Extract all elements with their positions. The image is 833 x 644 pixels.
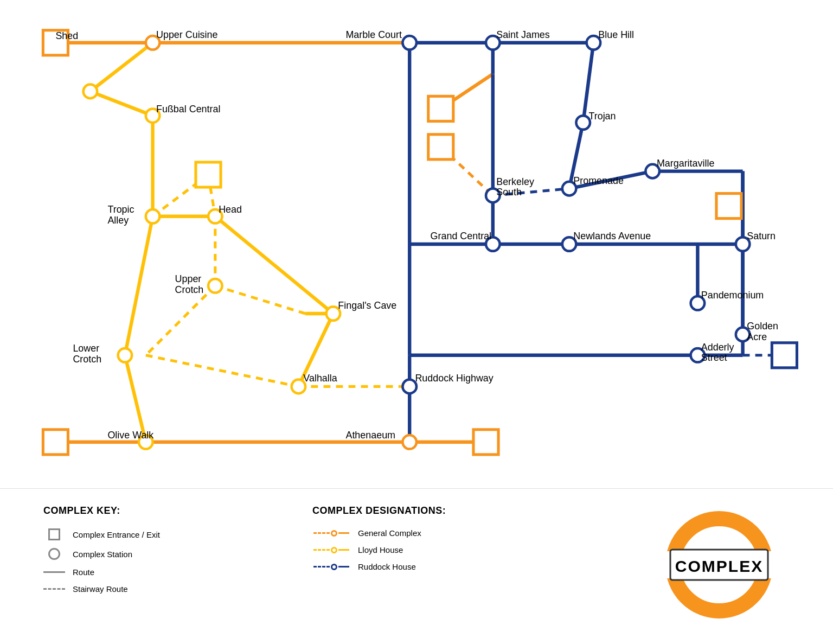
legend-designations-title: COMPLEX DESIGNATIONS: bbox=[312, 505, 649, 517]
legend-key: COMPLEX KEY: Complex Entrance / Exit Com… bbox=[43, 505, 312, 594]
svg-text:Upper: Upper bbox=[175, 273, 202, 284]
svg-text:Alley: Alley bbox=[107, 215, 129, 226]
svg-point-60 bbox=[208, 279, 222, 293]
svg-text:Trojan: Trojan bbox=[588, 111, 616, 122]
general-complex-label: General Complex bbox=[358, 528, 421, 538]
svg-line-12 bbox=[125, 355, 145, 442]
svg-rect-51 bbox=[196, 162, 221, 187]
svg-line-18 bbox=[146, 286, 215, 355]
svg-line-11 bbox=[125, 216, 152, 355]
svg-rect-52 bbox=[43, 430, 68, 455]
svg-text:Berkeley: Berkeley bbox=[496, 176, 534, 187]
svg-text:Upper Cuisine: Upper Cuisine bbox=[156, 29, 218, 40]
svg-point-78 bbox=[402, 380, 416, 394]
svg-text:Saint James: Saint James bbox=[496, 29, 550, 40]
legend-route-label: Route bbox=[73, 568, 94, 577]
svg-line-7 bbox=[90, 43, 152, 92]
svg-text:South: South bbox=[496, 187, 522, 197]
svg-text:Promenade: Promenade bbox=[573, 175, 624, 186]
svg-rect-48 bbox=[428, 96, 453, 121]
logo-container: COMPLEX bbox=[649, 511, 790, 619]
svg-text:Lower: Lower bbox=[73, 343, 99, 354]
svg-point-58 bbox=[146, 209, 160, 224]
svg-rect-53 bbox=[473, 430, 498, 455]
ruddock-house-icon bbox=[312, 564, 350, 570]
svg-text:Saturn: Saturn bbox=[747, 231, 776, 241]
legend-item-station: Complex Station bbox=[43, 548, 312, 560]
svg-line-8 bbox=[90, 91, 152, 116]
legend-item-lloyd: Lloyd House bbox=[312, 545, 649, 554]
legend-item-general: General Complex bbox=[312, 528, 649, 538]
stairway-icon bbox=[43, 588, 65, 590]
svg-text:Crotch: Crotch bbox=[175, 284, 204, 295]
svg-rect-49 bbox=[428, 135, 453, 160]
lloyd-house-icon bbox=[312, 547, 350, 553]
svg-point-69 bbox=[576, 116, 590, 130]
svg-point-66 bbox=[402, 36, 416, 50]
svg-text:Fußbal Central: Fußbal Central bbox=[156, 104, 220, 114]
svg-rect-50 bbox=[716, 194, 741, 219]
svg-text:Acre: Acre bbox=[747, 331, 767, 342]
svg-point-65 bbox=[402, 435, 416, 449]
svg-line-19 bbox=[146, 355, 299, 387]
svg-text:Fingal's Cave: Fingal's Cave bbox=[338, 300, 396, 311]
svg-text:Grand Central: Grand Central bbox=[431, 231, 491, 241]
station-icon bbox=[43, 548, 65, 560]
legend-item-entrance: Complex Entrance / Exit bbox=[43, 528, 312, 540]
svg-text:Crotch: Crotch bbox=[73, 354, 101, 365]
lloyd-house-label: Lloyd House bbox=[358, 545, 403, 554]
svg-text:Head: Head bbox=[219, 204, 242, 215]
map-container: Shed Upper Cuisine Marble Court Saint Ja… bbox=[0, 0, 833, 488]
svg-text:Golden: Golden bbox=[747, 321, 778, 331]
route-icon bbox=[43, 571, 65, 573]
ruddock-house-label: Ruddock House bbox=[358, 562, 416, 571]
legend-designations: COMPLEX DESIGNATIONS: General Complex Ll… bbox=[312, 505, 649, 571]
svg-point-56 bbox=[84, 85, 98, 99]
legend-key-title: COMPLEX KEY: bbox=[43, 505, 312, 517]
legend-entrance-label: Complex Entrance / Exit bbox=[73, 530, 160, 539]
svg-text:Athenaeum: Athenaeum bbox=[345, 430, 395, 441]
svg-text:Margaritaville: Margaritaville bbox=[657, 158, 715, 169]
svg-rect-54 bbox=[772, 343, 797, 368]
svg-text:Olive Walk: Olive Walk bbox=[107, 430, 153, 441]
svg-text:Street: Street bbox=[701, 352, 727, 363]
legend-station-label: Complex Station bbox=[73, 550, 132, 559]
svg-text:Marble Court: Marble Court bbox=[345, 29, 402, 40]
svg-text:Adderly: Adderly bbox=[701, 342, 734, 353]
svg-text:Shed: Shed bbox=[55, 30, 78, 41]
legend-stairway-label: Stairway Route bbox=[73, 584, 128, 594]
entrance-icon bbox=[43, 528, 65, 540]
logo-ring: COMPLEX bbox=[665, 511, 773, 619]
general-complex-icon bbox=[312, 530, 350, 537]
svg-text:Valhalla: Valhalla bbox=[303, 373, 337, 384]
legend-item-stairway: Stairway Route bbox=[43, 584, 312, 594]
svg-text:COMPLEX: COMPLEX bbox=[675, 557, 763, 575]
svg-line-16 bbox=[215, 286, 305, 314]
svg-text:Ruddock Highway: Ruddock Highway bbox=[415, 373, 493, 384]
svg-line-21 bbox=[215, 216, 334, 314]
svg-text:Pandemonium: Pandemonium bbox=[701, 290, 764, 301]
svg-text:Tropic: Tropic bbox=[107, 204, 134, 215]
legend-item-route: Route bbox=[43, 568, 312, 577]
svg-text:Blue Hill: Blue Hill bbox=[598, 29, 634, 40]
svg-text:Newlands Avenue: Newlands Avenue bbox=[573, 231, 651, 241]
legend-item-ruddock: Ruddock House bbox=[312, 562, 649, 571]
svg-point-62 bbox=[118, 348, 132, 362]
